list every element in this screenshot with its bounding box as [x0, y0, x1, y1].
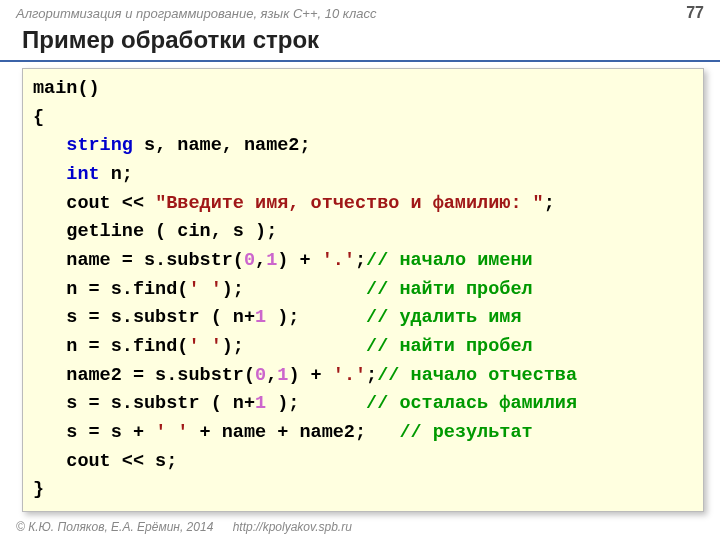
code-line: string s, name, name2; [33, 135, 311, 156]
code-line: getline ( cin, s ); [33, 221, 277, 242]
code-line: } [33, 479, 44, 500]
code-line: s = s.substr ( n+1 ); // удалить имя [33, 307, 522, 328]
code-line: n = s.find(' '); // найти пробел [33, 336, 533, 357]
code-line: s = s.substr ( n+1 ); // осталась фамили… [33, 393, 577, 414]
code-block: main() { string s, name, name2; int n; c… [22, 68, 704, 512]
page-title: Пример обработки строк [0, 24, 720, 62]
code-line: main() [33, 78, 100, 99]
footer-url: http://kpolyakov.spb.ru [233, 520, 352, 534]
header-bar: Алгоритмизация и программирование, язык … [0, 0, 720, 24]
code-line: s = s + ' ' + name + name2; // результат [33, 422, 533, 443]
code-line: name = s.substr(0,1) + '.';// начало име… [33, 250, 533, 271]
footer: © К.Ю. Поляков, Е.А. Ерёмин, 2014 http:/… [16, 520, 352, 534]
copyright: © К.Ю. Поляков, Е.А. Ерёмин, 2014 [16, 520, 213, 534]
code-line: cout << "Введите имя, отчество и фамилию… [33, 193, 555, 214]
code-line: { [33, 107, 44, 128]
code-line: cout << s; [33, 451, 177, 472]
code-line: int n; [33, 164, 133, 185]
code-line: n = s.find(' '); // найти пробел [33, 279, 533, 300]
subject-line: Алгоритмизация и программирование, язык … [16, 6, 376, 21]
code-line: name2 = s.substr(0,1) + '.';// начало от… [33, 365, 577, 386]
page-number: 77 [686, 4, 704, 22]
